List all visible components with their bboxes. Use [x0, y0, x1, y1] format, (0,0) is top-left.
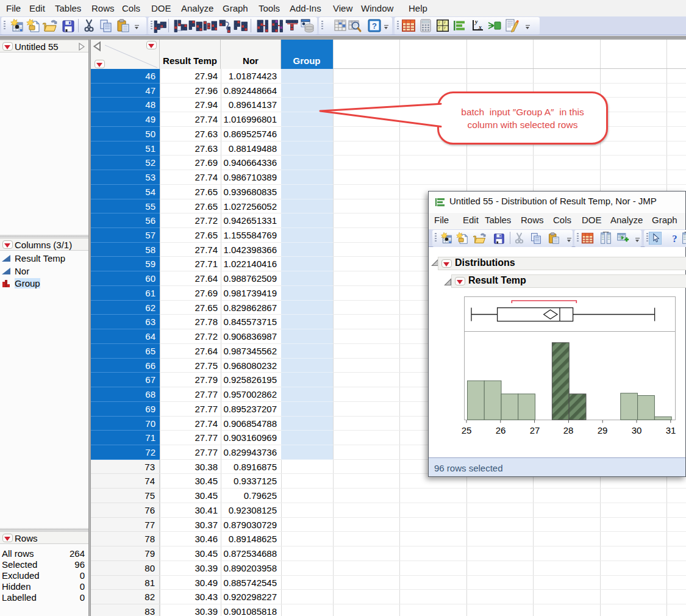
svg-text:x: x [478, 24, 482, 30]
svg-text:?: ? [372, 21, 377, 30]
svg-text:?: ? [672, 233, 677, 245]
svg-text:y: y [474, 18, 478, 25]
